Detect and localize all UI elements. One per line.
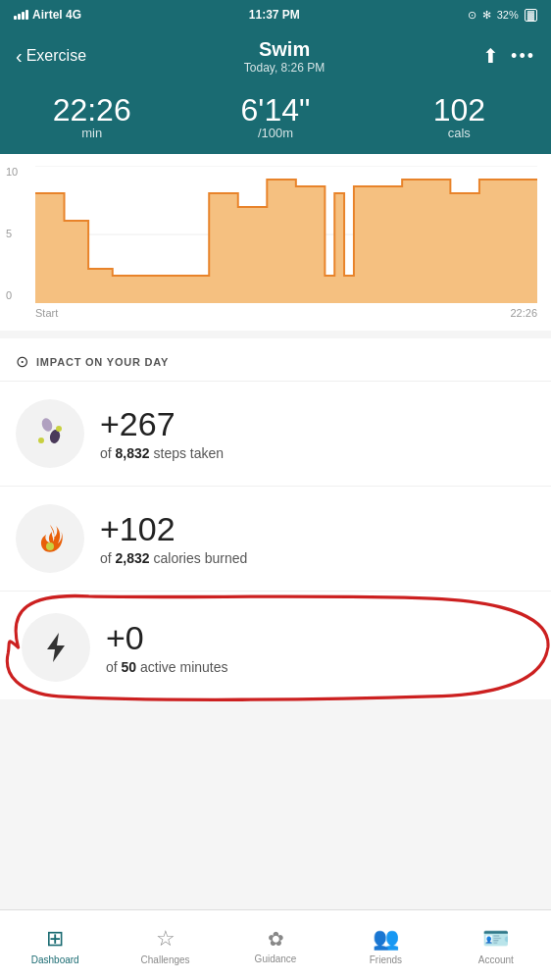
calories-icon-circle (16, 504, 84, 573)
active-detail-suffix: active minutes (136, 659, 227, 675)
steps-detail-bold: 8,832 (116, 445, 150, 461)
dashboard-icon: ⊞ (46, 926, 64, 952)
stat-duration: 22:26 min (0, 94, 183, 140)
account-icon: 🪪 (482, 926, 509, 952)
carrier-label: Airtel 4G (32, 8, 81, 22)
svg-point-7 (56, 426, 62, 432)
nav-bar: ‹ Exercise Swim Today, 8:26 PM ⬆ ••• (0, 29, 551, 84)
duration-value: 22:26 (0, 94, 183, 126)
status-right: ⊙ ✻ 32% ▓ (468, 9, 537, 22)
flame-icon (32, 521, 68, 556)
back-label: Exercise (26, 47, 86, 65)
pace-value: 6'14" (183, 94, 367, 126)
challenges-icon: ☆ (156, 926, 175, 952)
tab-dashboard[interactable]: ⊞ Dashboard (0, 910, 110, 980)
target-icon: ⊙ (16, 352, 28, 371)
svg-point-8 (46, 542, 54, 550)
nav-actions: ⬆ ••• (482, 44, 535, 68)
active-icon-circle (22, 613, 90, 682)
steps-metric-row: +267 of 8,832 steps taken (0, 382, 551, 487)
steps-icon-circle (16, 399, 84, 468)
active-detail-prefix: of (106, 659, 122, 675)
chart-y-axis: 10 5 0 (6, 166, 18, 301)
duration-unit: min (0, 126, 183, 140)
steps-icon (31, 415, 69, 452)
y-label-mid: 5 (6, 228, 18, 239)
chart-svg (35, 166, 537, 303)
screen-lock-icon: ⊙ (468, 9, 476, 22)
steps-value: +267 (100, 406, 535, 442)
active-minutes-metric-row: +0 of 50 active minutes (6, 595, 545, 699)
x-label-end: 22:26 (510, 307, 537, 319)
battery-icon: ▓ (525, 9, 537, 22)
page-subtitle: Today, 8:26 PM (244, 61, 326, 75)
active-detail: of 50 active minutes (106, 659, 529, 675)
stat-pace: 6'14" /100m (183, 94, 367, 140)
tab-guidance[interactable]: ✿ Guidance (221, 910, 330, 980)
pace-unit: /100m (183, 126, 367, 140)
carrier-info: Airtel 4G (14, 8, 81, 22)
svg-marker-9 (47, 633, 65, 662)
tab-account[interactable]: 🪪 Account (441, 910, 551, 980)
nav-title: Swim Today, 8:26 PM (244, 38, 326, 75)
y-label-bot: 0 (6, 289, 18, 301)
tab-bar: ⊞ Dashboard ☆ Challenges ✿ Guidance 👥 Fr… (0, 909, 551, 980)
bluetooth-icon: ✻ (482, 9, 491, 22)
calories-detail: of 2,832 calories burned (100, 550, 535, 566)
chevron-left-icon: ‹ (16, 45, 23, 68)
tab-guidance-label: Guidance (255, 954, 297, 964)
calories-metric-row: +102 of 2,832 calories burned (0, 487, 551, 592)
steps-metric-text: +267 of 8,832 steps taken (100, 406, 535, 460)
time-label: 11:37 PM (249, 8, 300, 22)
stat-calories: 102 cals (368, 94, 551, 140)
steps-detail-prefix: of (100, 445, 116, 461)
tab-challenges[interactable]: ☆ Challenges (110, 910, 220, 980)
battery-label: 32% (497, 9, 519, 21)
chart-x-axis: Start 22:26 (35, 303, 537, 319)
share-icon[interactable]: ⬆ (482, 44, 499, 68)
tab-dashboard-label: Dashboard (31, 954, 79, 965)
metrics-container: +267 of 8,832 steps taken +102 of 2,832 … (0, 382, 551, 699)
tab-friends[interactable]: 👥 Friends (330, 910, 440, 980)
active-metric-text: +0 of 50 active minutes (106, 620, 529, 674)
impact-header: ⊙ IMPACT ON YOUR DAY (0, 338, 551, 382)
active-detail-bold: 50 (122, 659, 137, 675)
steps-detail: of 8,832 steps taken (100, 445, 535, 461)
tab-account-label: Account (478, 954, 514, 965)
activity-chart: 10 5 0 Start 22:26 (0, 154, 551, 331)
tab-friends-label: Friends (370, 954, 402, 965)
more-icon[interactable]: ••• (511, 46, 535, 67)
y-label-top: 10 (6, 166, 18, 178)
active-value: +0 (106, 620, 529, 656)
stats-bar: 22:26 min 6'14" /100m 102 cals (0, 84, 551, 154)
back-button[interactable]: ‹ Exercise (16, 45, 86, 68)
svg-point-6 (38, 438, 44, 443)
impact-title: IMPACT ON YOUR DAY (36, 356, 169, 368)
calories-value: 102 (368, 94, 551, 126)
calories-detail-prefix: of (100, 550, 116, 566)
calories-metric-value: +102 (100, 511, 535, 547)
friends-icon: 👥 (373, 926, 399, 952)
x-label-start: Start (35, 307, 58, 319)
svg-point-4 (40, 417, 54, 434)
status-bar: Airtel 4G 11:37 PM ⊙ ✻ 32% ▓ (0, 0, 551, 29)
signal-icon (14, 10, 28, 20)
bolt-icon (39, 631, 73, 664)
page-title: Swim (244, 38, 326, 61)
calories-unit: cals (368, 126, 551, 140)
guidance-icon: ✿ (268, 927, 284, 951)
calories-detail-suffix: calories burned (150, 550, 248, 566)
svg-marker-3 (35, 180, 537, 303)
calories-metric-text: +102 of 2,832 calories burned (100, 511, 535, 565)
tab-challenges-label: Challenges (141, 954, 190, 965)
calories-detail-bold: 2,832 (116, 550, 150, 566)
steps-detail-suffix: steps taken (150, 445, 225, 461)
active-minutes-wrapper: +0 of 50 active minutes (6, 595, 545, 699)
